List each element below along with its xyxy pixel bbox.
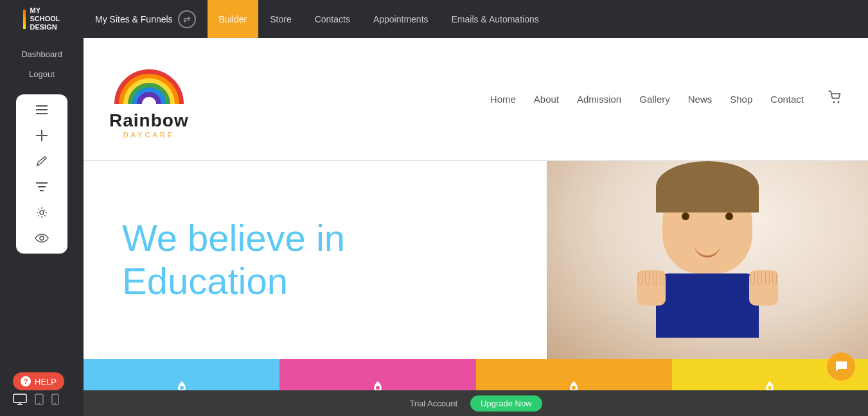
logo-bar (23, 10, 26, 29)
chat-bubble[interactable] (827, 352, 855, 381)
hero-title: We believe in Education (122, 217, 829, 302)
site-nav-about[interactable]: About (534, 94, 559, 105)
settings-icon[interactable] (34, 205, 49, 220)
site-nav-news[interactable]: News (688, 94, 713, 105)
site-nav-home[interactable]: Home (490, 94, 516, 105)
svg-point-14 (39, 403, 40, 404)
device-icons (13, 394, 59, 408)
svg-rect-0 (36, 105, 48, 107)
svg-point-8 (40, 211, 44, 214)
logout-link[interactable]: Logout (29, 69, 55, 79)
site-nav-admission[interactable]: Admission (577, 94, 621, 105)
brand-logo: Rainbow DAYCARE (109, 59, 189, 139)
rainbow-logo-icon (111, 59, 188, 110)
emails-nav[interactable]: Emails & Automations (440, 0, 551, 38)
app-logo: MY SCHOOL DESIGN (0, 0, 84, 38)
hero-section: We believe in Education (84, 161, 868, 359)
svg-point-18 (838, 101, 840, 103)
dashboard-link[interactable]: Dashboard (21, 49, 62, 59)
filter-icon[interactable] (34, 179, 49, 195)
appointments-nav[interactable]: Appointments (362, 0, 440, 38)
nav-items: My Sites & Funnels ⇄ Builder Store Conta… (84, 0, 868, 38)
store-nav[interactable]: Store (258, 0, 303, 38)
hero-text: We believe in Education (84, 191, 868, 328)
sidebar-tools (16, 94, 67, 254)
site-nav-gallery[interactable]: Gallery (639, 94, 670, 105)
preview-icon[interactable] (34, 230, 49, 246)
help-question-icon: ? (21, 376, 31, 386)
edit-icon[interactable] (34, 153, 49, 169)
svg-point-19 (180, 386, 184, 390)
left-sidebar: Dashboard Logout (0, 38, 84, 416)
trial-text: Trial Account (409, 399, 457, 408)
mobile-icon[interactable] (51, 394, 59, 408)
svg-point-17 (833, 101, 835, 103)
svg-rect-2 (36, 113, 48, 114)
builder-nav[interactable]: Builder (208, 0, 259, 38)
brand-sub: DAYCARE (123, 131, 175, 139)
cart-icon[interactable] (828, 91, 842, 108)
svg-rect-1 (36, 109, 48, 110)
top-navbar: MY SCHOOL DESIGN My Sites & Funnels ⇄ Bu… (0, 0, 868, 38)
svg-rect-4 (36, 135, 48, 136)
svg-point-16 (55, 403, 56, 404)
site-nav-shop[interactable]: Shop (730, 94, 752, 105)
menu-icon[interactable] (34, 102, 49, 117)
plus-icon[interactable] (34, 128, 49, 143)
svg-rect-6 (38, 186, 46, 187)
svg-point-9 (40, 236, 44, 240)
upgrade-button[interactable]: Upgrade Now (470, 395, 542, 412)
brand-name: Rainbow (109, 110, 189, 131)
site-header: Rainbow DAYCARE Home About Admission Gal… (84, 38, 868, 160)
svg-rect-7 (40, 190, 44, 191)
sites-arrow-icon[interactable]: ⇄ (178, 10, 196, 28)
tablet-icon[interactable] (35, 394, 44, 408)
site-nav-contact[interactable]: Contact (770, 94, 804, 105)
my-sites-nav[interactable]: My Sites & Funnels ⇄ (84, 0, 208, 38)
svg-point-20 (376, 386, 380, 390)
bottom-bar: Trial Account Upgrade Now (84, 390, 868, 416)
site-nav: Home About Admission Gallery News Shop C… (490, 91, 842, 108)
svg-rect-10 (13, 394, 26, 403)
main-content: Rainbow DAYCARE Home About Admission Gal… (84, 38, 868, 416)
svg-point-21 (572, 386, 576, 390)
contacts-nav[interactable]: Contacts (303, 0, 362, 38)
svg-rect-5 (36, 182, 48, 184)
help-button[interactable]: ? HELP (13, 372, 64, 390)
desktop-icon[interactable] (13, 394, 27, 408)
logo-text: MY SCHOOL DESIGN (30, 6, 60, 32)
svg-point-22 (768, 386, 772, 390)
